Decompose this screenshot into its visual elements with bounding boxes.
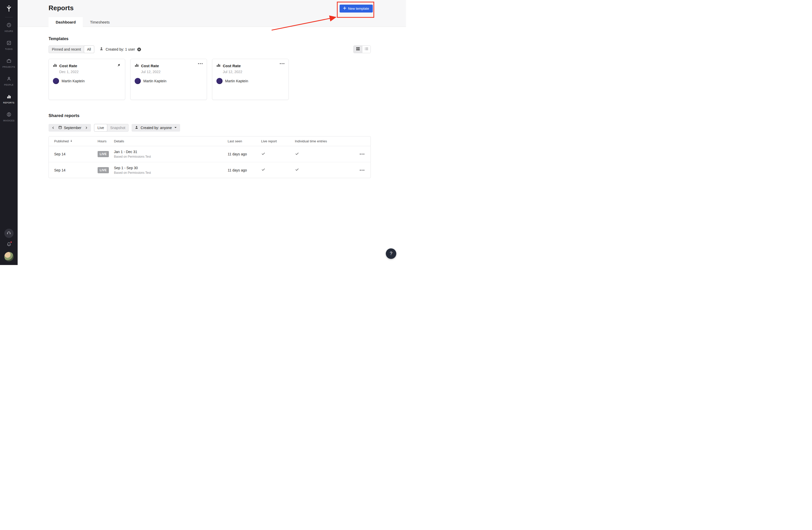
- sidebar-item-invoices[interactable]: INVOICES: [0, 108, 18, 126]
- card-title: Cost Rate: [223, 63, 241, 68]
- card-date: Jul 12, 2022: [141, 70, 203, 74]
- segment-live[interactable]: Live: [94, 124, 107, 132]
- card-menu-button[interactable]: [197, 62, 204, 65]
- check-icon: [295, 152, 299, 157]
- check-icon: [261, 168, 265, 172]
- sidebar-item-projects[interactable]: PROJECTS: [0, 54, 18, 72]
- sidebar-bottom: [4, 229, 14, 265]
- template-card[interactable]: Cost Rate Jul 12, 2022 Martin Kaptein: [130, 59, 207, 100]
- tasks-icon: [6, 40, 12, 46]
- sidebar-item-label: PROJECTS: [2, 66, 15, 68]
- column-individual-time-entries: Individual time entries: [293, 139, 356, 143]
- column-published[interactable]: Published: [49, 139, 96, 143]
- live-report-check: [259, 152, 293, 157]
- sidebar-item-reports[interactable]: REPORTS: [0, 90, 18, 108]
- sidebar-item-hours[interactable]: HOURS: [0, 18, 18, 36]
- column-last-seen: Last seen: [226, 139, 259, 143]
- month-select[interactable]: September: [56, 126, 83, 130]
- segment-all[interactable]: All: [84, 45, 95, 53]
- chevron-down-icon: [174, 126, 177, 130]
- shared-reports-table: Published Hours Details Last seen Live r…: [48, 136, 371, 178]
- column-details: Details: [112, 139, 226, 143]
- live-snapshot-toggle: Live Snapshot: [94, 124, 129, 132]
- row-menu-button[interactable]: [356, 170, 371, 171]
- card-date: Jul 12, 2022: [223, 70, 285, 74]
- plus-icon: [343, 6, 346, 11]
- column-live-report: Live report: [259, 139, 293, 143]
- template-cards: Cost Rate Dec 1, 2022 Martin Kaptein: [48, 59, 371, 100]
- chart-icon: [53, 63, 57, 68]
- sidebar-item-label: TASKS: [5, 48, 13, 51]
- report-date-range: Jan 1 - Dec 31: [114, 150, 226, 154]
- templates-filter-row: Pinned and recent All Created by: 1 user: [48, 45, 371, 53]
- user-avatar[interactable]: [4, 252, 14, 261]
- person-filter-icon: [135, 126, 139, 130]
- card-title: Cost Rate: [141, 63, 159, 68]
- table-header: Published Hours Details Last seen Live r…: [49, 137, 371, 146]
- table-row[interactable]: Sep 14 LIVE Sep 1 - Sep 30 Based on Perm…: [49, 162, 371, 178]
- template-card[interactable]: Cost Rate Dec 1, 2022 Martin Kaptein: [48, 59, 125, 100]
- page-title: Reports: [48, 4, 74, 12]
- sidebar-item-label: REPORTS: [3, 101, 14, 104]
- chart-icon: [135, 63, 139, 68]
- sort-down-icon: [70, 139, 73, 143]
- last-seen: 11 days ago: [226, 168, 259, 172]
- owner-name: Martin Kaptein: [225, 79, 248, 83]
- chart-icon: [216, 63, 220, 68]
- sidebar-item-label: HOURS: [4, 30, 13, 32]
- card-title: Cost Rate: [59, 63, 77, 68]
- owner-name: Martin Kaptein: [143, 79, 166, 83]
- app-logo-icon[interactable]: [4, 3, 14, 14]
- support-button[interactable]: [4, 229, 14, 238]
- row-menu-button[interactable]: [356, 154, 371, 155]
- headset-icon: [6, 230, 11, 237]
- table-row[interactable]: Sep 14 LIVE Jan 1 - Dec 31 Based on Perm…: [49, 146, 371, 162]
- individual-entries-check: [293, 152, 356, 157]
- card-menu-button[interactable]: [279, 62, 286, 65]
- main-area: Reports New template Dashboard Timesheet…: [18, 0, 406, 265]
- ellipsis-icon: [198, 63, 203, 64]
- help-button[interactable]: ?: [386, 248, 396, 259]
- created-by-filter[interactable]: Created by: 1 user: [99, 47, 141, 52]
- grid-view-button[interactable]: [353, 46, 362, 53]
- segment-snapshot[interactable]: Snapshot: [107, 124, 128, 131]
- content: Templates Pinned and recent All Created …: [18, 37, 406, 178]
- owner-avatar: [216, 78, 222, 84]
- sidebar-item-people[interactable]: PEOPLE: [0, 72, 18, 90]
- templates-heading: Templates: [48, 37, 371, 41]
- tab-dashboard[interactable]: Dashboard: [48, 17, 83, 27]
- check-icon: [295, 168, 299, 172]
- chevron-right-icon[interactable]: [83, 124, 89, 131]
- bar-chart-icon: [6, 94, 12, 100]
- check-icon: [261, 152, 265, 157]
- notifications-button[interactable]: [6, 242, 12, 248]
- created-by-anyone-filter[interactable]: Created by: anyone: [132, 124, 180, 132]
- new-template-label: New template: [348, 6, 369, 11]
- pin-icon[interactable]: [116, 62, 122, 69]
- calendar-icon: [58, 126, 62, 130]
- sidebar: HOURS TASKS PROJECTS: [0, 0, 18, 265]
- column-hours: Hours: [96, 139, 112, 143]
- list-view-button[interactable]: [362, 46, 371, 53]
- clear-filter-icon[interactable]: [137, 47, 141, 52]
- live-badge: LIVE: [98, 151, 109, 157]
- report-based-on: Based on Permissions Test: [114, 171, 226, 174]
- owner-avatar: [135, 78, 141, 84]
- published-date: Sep 14: [49, 152, 96, 156]
- app-window: HOURS TASKS PROJECTS: [0, 0, 406, 265]
- view-toggle: [353, 45, 371, 53]
- chevron-left-icon[interactable]: [50, 124, 56, 131]
- template-card[interactable]: Cost Rate Jul 12, 2022 Martin Kaptein: [212, 59, 289, 100]
- sidebar-divider: [5, 17, 13, 17]
- segment-pinned-recent[interactable]: Pinned and recent: [49, 46, 84, 53]
- sidebar-item-tasks[interactable]: TASKS: [0, 36, 18, 54]
- last-seen: 11 days ago: [226, 152, 259, 156]
- new-template-button[interactable]: New template: [339, 4, 373, 13]
- live-report-check: [259, 167, 293, 173]
- tab-timesheets[interactable]: Timesheets: [83, 17, 117, 27]
- bell-icon: [6, 244, 12, 248]
- month-label: September: [64, 126, 81, 130]
- list-icon: [365, 47, 368, 52]
- ellipsis-icon: [280, 63, 285, 64]
- page-header: Reports New template Dashboard Timesheet…: [18, 0, 406, 27]
